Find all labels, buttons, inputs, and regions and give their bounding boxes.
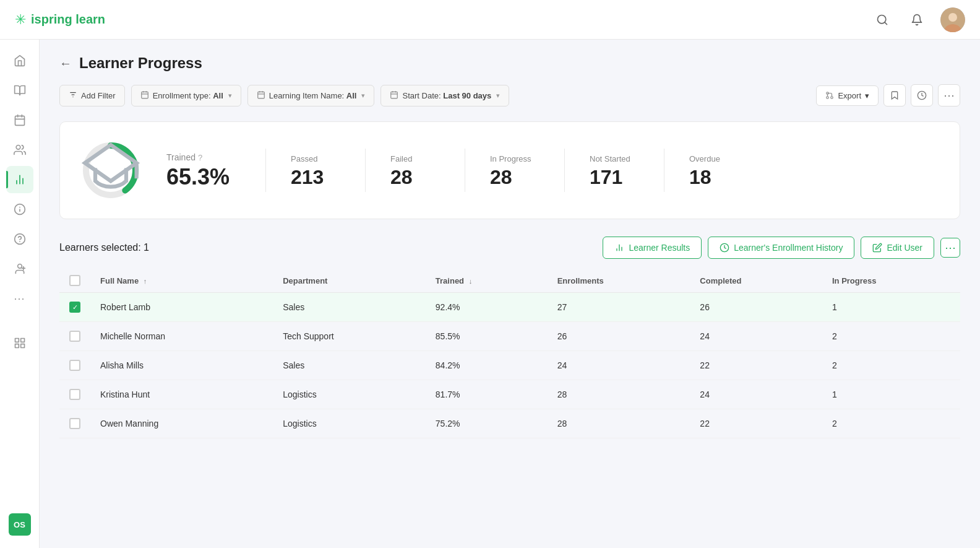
- search-button[interactable]: [871, 9, 893, 31]
- table-row: Owen ManningLogistics75.2%28222: [59, 409, 960, 438]
- notifications-button[interactable]: [906, 9, 928, 31]
- logo-text: ispring learn: [31, 12, 105, 27]
- cell-trained: 92.4%: [426, 293, 548, 322]
- cell-department: Tech Support: [273, 322, 426, 351]
- export-chevron-icon: ▾: [865, 91, 869, 100]
- sidebar-item-home[interactable]: [6, 47, 33, 74]
- active-indicator: [6, 171, 8, 188]
- back-button[interactable]: ←: [59, 56, 72, 71]
- table-header: Full Name ↑ Department Trained ↓ Enrollm…: [59, 269, 960, 293]
- cell-trained: 75.2%: [426, 409, 548, 438]
- sidebar-item-more[interactable]: ⋯: [6, 285, 33, 312]
- stats-card: Trained ? 65.3% Passed 213 Failed 28 In …: [59, 121, 960, 219]
- sidebar-item-apps[interactable]: [6, 329, 33, 357]
- row-checkbox[interactable]: [69, 302, 80, 313]
- filter-bar: Add Filter Enrollment type: All ▾ Learni…: [59, 84, 960, 107]
- export-button[interactable]: Export ▾: [816, 85, 879, 106]
- add-filter-button[interactable]: Add Filter: [59, 85, 125, 107]
- table-row: Kristina HuntLogistics81.7%28241: [59, 380, 960, 409]
- stat-passed: Passed 213: [291, 154, 340, 187]
- cell-completed: 22: [690, 351, 822, 380]
- filter-icon: [69, 90, 77, 101]
- enrollment-type-filter[interactable]: Enrollment type: All ▾: [131, 85, 241, 107]
- help-icon[interactable]: ?: [198, 153, 202, 162]
- th-enrollments: Enrollments: [548, 269, 690, 293]
- divider-4: [564, 149, 565, 192]
- topnav-right: [871, 7, 965, 32]
- learners-header: Learners selected: 1 Learner Results Lea…: [59, 237, 960, 259]
- row-checkbox[interactable]: [69, 418, 80, 429]
- svg-rect-23: [20, 344, 24, 348]
- sort-desc-icon: ↓: [469, 277, 473, 285]
- divider-1: [265, 149, 266, 192]
- sidebar-item-quiz[interactable]: [6, 225, 33, 253]
- divider-3: [465, 149, 465, 192]
- history-button[interactable]: [911, 84, 933, 107]
- calendar-icon-3: [390, 90, 398, 101]
- logo: ✳ ispring learn: [15, 12, 105, 28]
- chevron-down-icon: ▾: [228, 92, 232, 100]
- more-options-button[interactable]: ⋯: [938, 84, 960, 107]
- row-checkbox[interactable]: [69, 331, 80, 342]
- user-avatar[interactable]: [940, 7, 965, 32]
- main-layout: ⋯ OS ← Learner Progress Add Filter: [0, 40, 980, 548]
- stat-trained: Trained ? 65.3%: [166, 152, 241, 188]
- sidebar-user-avatar[interactable]: OS: [9, 513, 31, 536]
- cell-full_name: Owen Manning: [90, 409, 273, 438]
- svg-rect-32: [258, 92, 265, 98]
- filter-bar-right: Export ▾ ⋯: [816, 84, 960, 107]
- svg-line-1: [885, 22, 887, 24]
- divider-2: [365, 149, 366, 192]
- th-full-name[interactable]: Full Name ↑: [90, 269, 273, 293]
- sidebar-item-info[interactable]: [6, 196, 33, 223]
- bookmark-button[interactable]: [883, 84, 906, 107]
- svg-point-18: [17, 264, 22, 269]
- svg-point-3: [948, 13, 957, 22]
- svg-point-42: [827, 97, 829, 99]
- stat-failed: Failed 28: [390, 154, 440, 187]
- chevron-down-icon-3: ▾: [496, 92, 500, 100]
- cell-full_name: Kristina Hunt: [90, 380, 273, 409]
- svg-rect-24: [15, 344, 19, 348]
- learners-table: Full Name ↑ Department Trained ↓ Enrollm…: [59, 269, 960, 438]
- row-checkbox[interactable]: [69, 360, 80, 371]
- svg-rect-22: [20, 339, 24, 342]
- donut-icon: [80, 137, 142, 204]
- th-department: Department: [273, 269, 426, 293]
- svg-rect-36: [391, 92, 398, 98]
- table-body: Robert LambSales92.4%27261Michelle Norma…: [59, 293, 960, 438]
- cell-enrollments: 26: [548, 322, 690, 351]
- row-checkbox[interactable]: [69, 389, 80, 400]
- svg-rect-28: [141, 92, 148, 98]
- svg-point-9: [16, 146, 20, 150]
- learning-item-filter[interactable]: Learning Item Name: All ▾: [247, 85, 375, 107]
- start-date-filter[interactable]: Start Date: Last 90 days ▾: [380, 85, 509, 107]
- divider-5: [664, 149, 664, 192]
- table-row: Alisha MillsSales84.2%24222: [59, 351, 960, 380]
- sidebar-item-users[interactable]: [6, 136, 33, 163]
- more-actions-button[interactable]: ⋯: [940, 238, 960, 258]
- svg-point-40: [831, 97, 833, 99]
- enrollment-history-button[interactable]: Learner's Enrollment History: [708, 237, 854, 259]
- sort-asc-icon: ↑: [144, 277, 147, 285]
- sidebar-item-reports[interactable]: [6, 77, 33, 104]
- chevron-down-icon-2: ▾: [361, 92, 365, 100]
- sidebar-item-analytics[interactable]: [6, 166, 33, 193]
- th-checkbox: [59, 269, 90, 293]
- select-all-checkbox[interactable]: [69, 275, 80, 286]
- cell-in_progress: 2: [822, 322, 960, 351]
- cell-enrollments: 28: [548, 380, 690, 409]
- cell-department: Sales: [273, 351, 426, 380]
- sidebar-item-calendar[interactable]: [6, 107, 33, 134]
- th-trained[interactable]: Trained ↓: [426, 269, 548, 293]
- cell-trained: 81.7%: [426, 380, 548, 409]
- cell-completed: 24: [690, 322, 822, 351]
- cell-completed: 22: [690, 409, 822, 438]
- cell-in_progress: 2: [822, 409, 960, 438]
- sidebar-item-manage-users[interactable]: [6, 255, 33, 282]
- edit-user-button[interactable]: Edit User: [861, 237, 934, 259]
- learners-selected-count: Learners selected: 1: [59, 242, 149, 253]
- page-title: Learner Progress: [79, 54, 202, 72]
- page-header: ← Learner Progress: [59, 54, 960, 72]
- learner-results-button[interactable]: Learner Results: [603, 237, 702, 259]
